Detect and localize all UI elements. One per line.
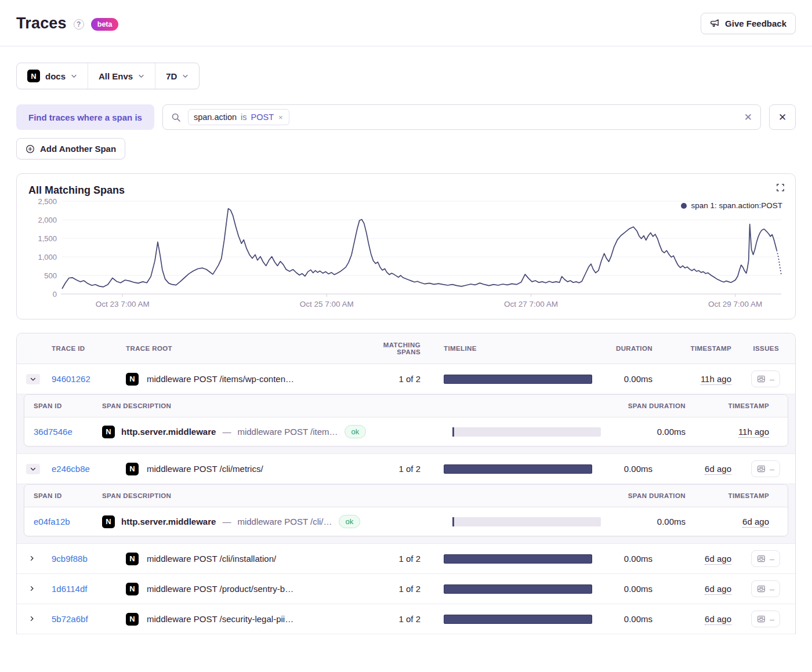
search-clear-icon[interactable]: ✕	[744, 111, 752, 123]
expand-row-button[interactable]	[26, 614, 38, 623]
column-span-description: SPAN DESCRIPTION	[102, 402, 445, 409]
dash-separator: —	[222, 427, 231, 437]
add-another-span-label: Add Another Span	[40, 144, 116, 154]
column-trace-root: TRACE ROOT	[126, 345, 362, 352]
duration-value: 0.00ms	[592, 584, 661, 594]
collapse-row-button[interactable]	[26, 464, 40, 474]
trace-root-text: middleware POST /security-legal-pii…	[147, 614, 293, 624]
svg-text:1,500: 1,500	[38, 234, 57, 243]
expand-row-button[interactable]	[26, 554, 38, 563]
column-span-duration: SPAN DURATION	[601, 402, 694, 409]
nextjs-icon: N	[27, 70, 40, 82]
expand-row-button[interactable]	[26, 584, 38, 593]
span-status-badge: ok	[339, 515, 361, 528]
timeline-bar	[444, 615, 592, 624]
page-title: Traces	[16, 14, 67, 32]
span-timeline-bar	[452, 517, 601, 526]
give-feedback-button[interactable]: Give Feedback	[701, 13, 796, 34]
column-span-timestamp: TIMESTAMP	[694, 402, 778, 409]
trace-id-link[interactable]: 94601262	[52, 374, 90, 384]
column-span-id: SPAN ID	[34, 492, 102, 499]
matching-spans-value: 1 of 2	[362, 614, 437, 624]
traces-table: TRACE IDTRACE ROOTMATCHING SPANSTIMELINE…	[16, 333, 796, 634]
chart-legend[interactable]: span 1: span.action:POST	[681, 201, 782, 210]
timestamp-value: 11h ago	[701, 374, 731, 385]
matching-spans-value: 1 of 2	[362, 464, 437, 474]
token-value: POST	[251, 112, 274, 122]
span-duration-value: 0.00ms	[601, 517, 694, 526]
trace-root-text: middleware POST /cli/installation/	[147, 554, 276, 564]
issues-badge[interactable]: –	[751, 611, 780, 627]
trace-row: 5b72a6bfNmiddleware POST /security-legal…	[17, 604, 795, 634]
issues-count: –	[770, 586, 774, 592]
nextjs-icon: N	[102, 426, 115, 438]
span-row: e04fa12bNhttp.server.middleware—middlewa…	[24, 507, 788, 536]
trace-id-link[interactable]: e246cb8e	[52, 464, 90, 474]
megaphone-icon	[710, 19, 720, 28]
trace-row: 1d6114dfNmiddleware POST /product/sentry…	[17, 574, 795, 604]
trace-row: e246cb8eNmiddleware POST /cli/metrics/1 …	[17, 454, 795, 484]
issues-badge[interactable]: –	[751, 370, 780, 387]
token-remove-icon[interactable]: ×	[278, 113, 284, 122]
trace-id-link[interactable]: 5b72a6bf	[52, 614, 88, 624]
nextjs-icon: N	[126, 373, 139, 386]
matching-spans-value: 1 of 2	[362, 554, 437, 564]
plus-circle-icon	[26, 144, 35, 154]
issues-badge[interactable]: –	[751, 580, 780, 597]
span-target: middleware POST /item…	[237, 427, 338, 437]
fullscreen-icon[interactable]	[776, 183, 785, 192]
span-target: middleware POST /cli/…	[237, 517, 332, 526]
issues-count: –	[770, 376, 774, 382]
nextjs-icon: N	[126, 583, 139, 595]
date-range-filter[interactable]: 7D	[155, 63, 199, 89]
span-search-input[interactable]: span.action is POST × ✕	[162, 104, 761, 130]
span-filter-row: Find traces where a span is span.action …	[16, 104, 796, 130]
token-operator: is	[241, 112, 246, 122]
environment-filter-label: All Envs	[99, 71, 133, 81]
column-timestamp: TIMESTAMP	[661, 345, 735, 352]
nextjs-icon: N	[126, 463, 139, 475]
issues-count: –	[770, 616, 774, 622]
timestamp-value: 6d ago	[705, 554, 731, 565]
matching-spans-value: 1 of 2	[362, 584, 437, 594]
column-trace-id: TRACE ID	[52, 345, 126, 352]
span-row: 36d7546eNhttp.server.middleware—middlewa…	[24, 417, 788, 446]
column-span-duration: SPAN DURATION	[601, 492, 694, 499]
span-status-badge: ok	[345, 425, 367, 438]
project-filter[interactable]: N docs	[17, 63, 88, 89]
collapse-row-button[interactable]	[26, 374, 40, 384]
environment-filter[interactable]: All Envs	[88, 63, 155, 89]
beta-badge: beta	[91, 18, 119, 31]
trace-id-link[interactable]: 1d6114df	[52, 584, 87, 594]
find-traces-label: Find traces where a span is	[16, 104, 154, 130]
chart-title: All Matching Spans	[28, 184, 784, 197]
span-timestamp-value: 11h ago	[738, 427, 769, 438]
trace-id-link[interactable]: 9cb9f88b	[52, 554, 88, 564]
column-timeline: TIMELINE	[437, 345, 592, 352]
span-id-link[interactable]: e04fa12b	[34, 517, 70, 526]
svg-text:1,000: 1,000	[38, 253, 57, 261]
svg-text:2,500: 2,500	[38, 197, 57, 206]
timeline-bar	[444, 375, 592, 384]
span-duration-value: 0.00ms	[601, 427, 694, 437]
spans-line-chart: 05001,0001,5002,0002,500Oct 23 7:00 AMOc…	[28, 197, 785, 314]
add-another-span-button[interactable]: Add Another Span	[16, 138, 125, 159]
trace-root-text: middleware POST /items/wp-conten…	[147, 374, 294, 384]
dash-separator: —	[222, 517, 231, 526]
svg-text:Oct 29 7:00 AM: Oct 29 7:00 AM	[708, 300, 762, 308]
help-icon[interactable]: ?	[74, 19, 84, 30]
matching-spans-value: 1 of 2	[362, 374, 437, 384]
span-id-link[interactable]: 36d7546e	[34, 427, 72, 437]
filter-token[interactable]: span.action is POST ×	[188, 109, 289, 125]
span-op: http.server.middleware	[121, 427, 216, 437]
duration-value: 0.00ms	[592, 464, 661, 474]
expanded-spans-section: SPAN IDSPAN DESCRIPTIONSPAN DURATIONTIME…	[17, 394, 795, 454]
chevron-down-icon	[138, 73, 144, 79]
issues-badge[interactable]: –	[751, 460, 780, 477]
issues-count: –	[770, 556, 774, 562]
remove-span-filter-button[interactable]: ✕	[769, 104, 796, 130]
token-key: span.action	[194, 112, 237, 122]
duration-value: 0.00ms	[592, 374, 661, 384]
nextjs-icon: N	[126, 613, 139, 626]
issues-badge[interactable]: –	[751, 550, 780, 567]
